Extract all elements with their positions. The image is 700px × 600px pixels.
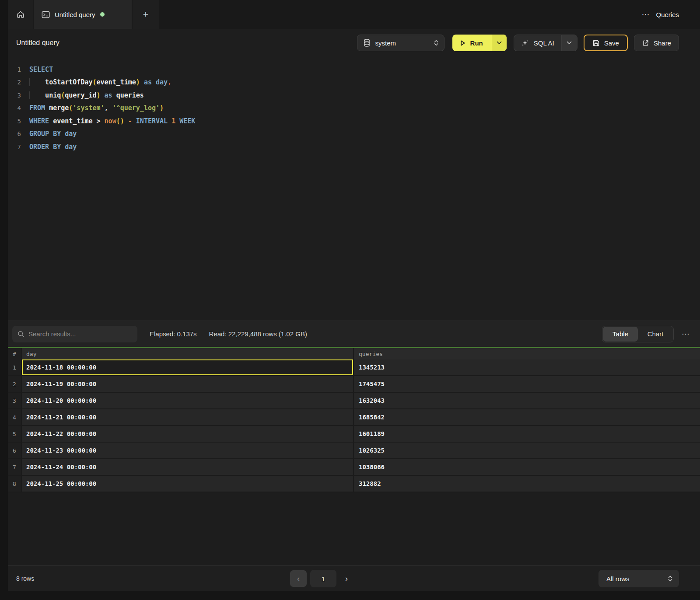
cell-day[interactable]: 2024-11-22 00:00:00: [22, 426, 353, 443]
results-footer: 8 rows ‹ 1 › All rows: [0, 565, 700, 591]
tab-untitled-query[interactable]: Untitled query: [34, 0, 132, 29]
line-number: 4: [8, 105, 21, 112]
column-header-queries[interactable]: queries: [353, 348, 700, 359]
query-toolbar: Untitled query system: [0, 29, 700, 57]
line-number: 7: [8, 143, 21, 150]
current-page-button[interactable]: 1: [310, 570, 336, 587]
row-index[interactable]: 5: [8, 426, 22, 443]
table-row: 32024-11-20 00:00:001632043: [8, 393, 700, 409]
pagination: ‹ 1 ›: [290, 570, 353, 587]
code-line[interactable]: 6GROUP BY day: [8, 128, 700, 141]
sql-ai-button[interactable]: SQL AI: [514, 35, 561, 51]
page-size-select[interactable]: All rows: [598, 570, 679, 587]
code-text: uniq(query_id) as queries: [21, 91, 144, 99]
row-index[interactable]: 1: [8, 359, 22, 376]
cell-queries[interactable]: 1685842: [353, 409, 700, 426]
row-count: 8 rows: [16, 575, 34, 582]
cell-day[interactable]: 2024-11-18 00:00:00: [22, 359, 353, 376]
row-index[interactable]: 8: [8, 476, 22, 492]
table-row: 72024-11-24 00:00:001038066: [8, 459, 700, 476]
chevron-down-icon: [567, 41, 572, 45]
code-line[interactable]: 7ORDER BY day: [8, 140, 700, 153]
next-page-button[interactable]: ›: [340, 570, 353, 587]
queries-menu[interactable]: Queries: [656, 11, 679, 18]
column-header-day[interactable]: day: [22, 348, 353, 359]
chevron-down-icon: [497, 41, 502, 45]
run-button[interactable]: Run: [452, 35, 492, 51]
code-line[interactable]: 3 uniq(query_id) as queries: [8, 89, 700, 102]
code-text: toStartOfDay(event_time) as day,: [21, 78, 172, 86]
elapsed-stat: Elapsed: 0.137s: [150, 330, 197, 338]
code-text: SELECT: [21, 66, 53, 73]
row-index[interactable]: 3: [8, 393, 22, 409]
cell-queries[interactable]: 1345213: [353, 359, 700, 376]
cell-queries[interactable]: 1038066: [353, 459, 700, 476]
results-more-icon[interactable]: ⋯: [682, 329, 690, 339]
line-number: 2: [8, 79, 21, 86]
cell-queries[interactable]: 1632043: [353, 393, 700, 409]
page-size-value: All rows: [606, 575, 630, 583]
line-number: 5: [8, 118, 21, 125]
database-select[interactable]: system: [357, 35, 444, 51]
prev-page-button[interactable]: ‹: [290, 570, 307, 587]
table-row: 82024-11-25 00:00:00312882: [8, 476, 700, 492]
search-results-box[interactable]: [12, 326, 137, 342]
cell-day[interactable]: 2024-11-23 00:00:00: [22, 443, 353, 459]
row-index[interactable]: 4: [8, 409, 22, 426]
results-toolbar: Elapsed: 0.137s Read: 22,229,488 rows (1…: [0, 321, 700, 347]
share-button-label: Share: [654, 39, 671, 47]
row-index[interactable]: 2: [8, 376, 22, 393]
view-table-tab[interactable]: Table: [603, 327, 638, 342]
sql-console-app: Untitled query + ⋯ Queries Untitled quer…: [0, 0, 700, 600]
code-line[interactable]: 2 toStartOfDay(event_time) as day,: [8, 76, 700, 89]
sql-ai-options-button[interactable]: [561, 35, 577, 51]
save-button-label: Save: [604, 39, 619, 47]
unsaved-changes-dot: [100, 12, 105, 17]
search-icon: [18, 331, 24, 338]
column-header-index[interactable]: #: [8, 348, 22, 359]
code-line[interactable]: 1SELECT: [8, 63, 700, 76]
code-line[interactable]: 5WHERE event_time > now() - INTERVAL 1 W…: [8, 115, 700, 128]
code-line[interactable]: 4FROM merge('system', '^query_log'): [8, 102, 700, 115]
code-text: ORDER BY day: [21, 143, 77, 151]
left-edge-strip: [0, 0, 8, 600]
new-tab-button[interactable]: +: [133, 0, 159, 29]
cell-queries[interactable]: 1601189: [353, 426, 700, 443]
tabbar-more-icon[interactable]: ⋯: [641, 10, 650, 18]
code-text: GROUP BY day: [21, 130, 77, 138]
terminal-icon: [42, 11, 50, 18]
save-icon: [592, 39, 600, 47]
view-chart-tab[interactable]: Chart: [638, 327, 673, 342]
select-updown-icon: [668, 575, 673, 582]
read-stat: Read: 22,229,488 rows (1.02 GB): [209, 330, 307, 338]
line-number: 6: [8, 130, 21, 137]
cell-day[interactable]: 2024-11-19 00:00:00: [22, 376, 353, 393]
tab-label: Untitled query: [55, 11, 95, 18]
table-row: 42024-11-21 00:00:001685842: [8, 409, 700, 426]
share-button[interactable]: Share: [634, 35, 679, 51]
run-button-label: Run: [470, 39, 483, 47]
sql-editor[interactable]: 1SELECT2 toStartOfDay(event_time) as day…: [0, 57, 700, 321]
sql-ai-label: SQL AI: [534, 39, 554, 47]
row-index[interactable]: 7: [8, 459, 22, 476]
external-link-icon: [642, 39, 649, 47]
search-results-input[interactable]: [28, 330, 132, 338]
save-button[interactable]: Save: [584, 35, 628, 51]
cell-queries[interactable]: 1026325: [353, 443, 700, 459]
play-icon: [459, 40, 466, 46]
cell-day[interactable]: 2024-11-25 00:00:00: [22, 476, 353, 492]
cell-queries[interactable]: 312882: [353, 476, 700, 492]
cell-day[interactable]: 2024-11-20 00:00:00: [22, 393, 353, 409]
bottom-edge-strip: [0, 591, 700, 600]
cell-day[interactable]: 2024-11-24 00:00:00: [22, 459, 353, 476]
run-options-button[interactable]: [492, 35, 507, 51]
sql-ai-split-button: SQL AI: [514, 35, 578, 51]
run-split-button: Run: [452, 35, 507, 51]
table-row: 52024-11-22 00:00:001601189: [8, 426, 700, 443]
cell-queries[interactable]: 1745475: [353, 376, 700, 393]
query-title: Untitled query: [16, 39, 60, 47]
cell-day[interactable]: 2024-11-21 00:00:00: [22, 409, 353, 426]
home-button[interactable]: [8, 0, 33, 29]
line-number: 1: [8, 66, 21, 73]
row-index[interactable]: 6: [8, 443, 22, 459]
